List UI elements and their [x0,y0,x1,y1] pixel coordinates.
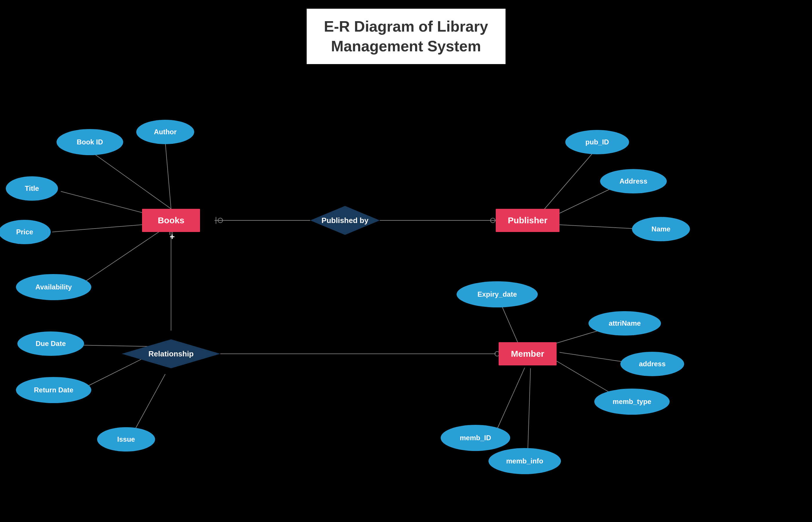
relationship-published-by: Published by [310,206,380,235]
svg-text:Title: Title [25,184,39,192]
svg-text:Address: Address [620,177,647,185]
svg-line-6 [81,230,161,284]
entity-member: Member [499,342,557,365]
attribute-expiry-date: Expiry_date [457,281,538,307]
svg-text:memb_ID: memb_ID [460,434,491,442]
svg-line-2 [90,151,171,209]
svg-text:pub_ID: pub_ID [585,138,609,146]
svg-text:Relationship: Relationship [148,349,194,358]
svg-text:address: address [639,360,666,368]
attribute-price: Price [0,220,51,244]
attribute-due-date: Due Date [17,332,84,356]
er-diagram: Books + Publisher Member Published by Re… [0,0,812,522]
svg-text:Published by: Published by [321,216,369,225]
attribute-attri-name: attriName [588,311,661,336]
svg-line-20 [527,368,530,456]
svg-text:memb_info: memb_info [506,457,543,465]
attribute-address-publisher: Address [600,169,667,194]
svg-text:Price: Price [16,228,33,236]
attribute-name: Name [632,217,690,241]
svg-line-19 [496,368,525,432]
svg-line-9 [560,225,644,229]
svg-line-12 [78,345,157,346]
attribute-title: Title [6,176,58,201]
svg-text:Issue: Issue [117,435,135,443]
svg-text:Name: Name [651,225,670,233]
svg-text:Author: Author [154,128,177,136]
attribute-book-id: Book ID [57,129,123,155]
attribute-address-member: address [620,352,684,376]
svg-text:Availability: Availability [35,283,72,291]
svg-text:Publisher: Publisher [508,216,548,225]
svg-text:Member: Member [511,349,544,358]
svg-text:Due Date: Due Date [36,340,66,347]
attribute-availability: Availability [16,274,91,300]
svg-text:memb_type: memb_type [612,398,651,405]
svg-text:attriName: attriName [609,319,641,327]
svg-text:Expiry_date: Expiry_date [477,290,517,298]
attribute-author: Author [136,120,194,144]
svg-line-14 [132,374,165,435]
entity-publisher: Publisher [496,209,560,232]
svg-line-3 [165,142,171,209]
attribute-issue: Issue [97,427,155,451]
relationship-borrow: Relationship [122,339,220,368]
svg-text:Books: Books [158,216,184,225]
attribute-memb-type: memb_type [594,388,670,415]
svg-text:Return Date: Return Date [34,386,74,394]
svg-line-7 [542,148,597,212]
attribute-memb-info: memb_info [488,448,561,474]
entity-books: Books + [142,209,200,241]
svg-text:+: + [170,232,175,241]
attribute-return-date: Return Date [16,377,91,403]
attribute-pub-id: pub_ID [565,130,629,154]
svg-text:Book ID: Book ID [77,138,103,146]
attribute-memb-id: memb_ID [441,425,510,451]
